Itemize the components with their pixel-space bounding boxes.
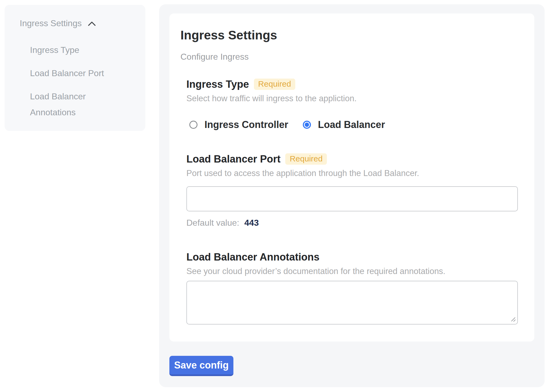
- sidebar-section-label: Ingress Settings: [20, 17, 82, 29]
- ingress-type-radio-group: Ingress Controller Load Balancer: [186, 119, 518, 131]
- settings-nav-sidebar: Ingress Settings Ingress Type Load Balan…: [5, 5, 145, 131]
- ingress-settings-card: Ingress Settings Configure Ingress Ingre…: [169, 13, 534, 342]
- load-balancer-annotations-label: Load Balancer Annotations: [186, 251, 320, 263]
- radio-option-ingress-controller[interactable]: Ingress Controller: [189, 119, 288, 130]
- section-ingress-type: Ingress Type Required Select how traffic…: [186, 78, 518, 131]
- ingress-type-description: Select how traffic will ingress to the a…: [186, 93, 518, 104]
- default-value: 443: [244, 218, 259, 228]
- section-load-balancer-port: Load Balancer Port Required Port used to…: [186, 153, 518, 228]
- form-sections: Ingress Type Required Select how traffic…: [186, 78, 518, 325]
- page-title: Ingress Settings: [180, 28, 518, 43]
- sidebar-item-load-balancer-port[interactable]: Load Balancer Port: [30, 65, 111, 81]
- section-load-balancer-annotations: Load Balancer Annotations See your cloud…: [186, 251, 518, 325]
- resize-handle-icon[interactable]: [510, 316, 517, 323]
- radio-button-icon: [303, 121, 311, 129]
- chevron-up-icon[interactable]: [88, 21, 96, 27]
- radio-option-label: Ingress Controller: [204, 119, 288, 130]
- ingress-type-label: Ingress Type: [186, 78, 249, 91]
- radio-option-load-balancer[interactable]: Load Balancer: [303, 119, 385, 130]
- annotations-textarea-wrap: [186, 281, 518, 325]
- load-balancer-port-description: Port used to access the application thro…: [186, 168, 518, 179]
- sidebar-section-ingress-settings[interactable]: Ingress Settings: [5, 5, 145, 29]
- settings-panel: Ingress Settings Configure Ingress Ingre…: [159, 4, 545, 387]
- load-balancer-annotations-description: See your cloud provider’s documentation …: [186, 266, 518, 277]
- annotations-textarea[interactable]: [186, 281, 518, 325]
- sidebar-item-list: Ingress Type Load Balancer Port Load Bal…: [30, 42, 111, 120]
- page-subtitle: Configure Ingress: [180, 51, 518, 63]
- load-balancer-port-input[interactable]: [186, 186, 518, 211]
- sidebar-item-ingress-type[interactable]: Ingress Type: [30, 42, 111, 58]
- radio-button-icon: [189, 121, 197, 129]
- default-value-label: Default value:: [186, 218, 239, 228]
- save-config-button[interactable]: Save config: [169, 356, 233, 376]
- load-balancer-port-label: Load Balancer Port: [186, 153, 280, 165]
- default-value-row: Default value: 443: [186, 217, 518, 228]
- radio-option-label: Load Balancer: [318, 119, 385, 130]
- sidebar-item-load-balancer-annotations[interactable]: Load Balancer Annotations: [30, 89, 111, 120]
- required-badge: Required: [254, 79, 296, 90]
- required-badge: Required: [285, 153, 327, 165]
